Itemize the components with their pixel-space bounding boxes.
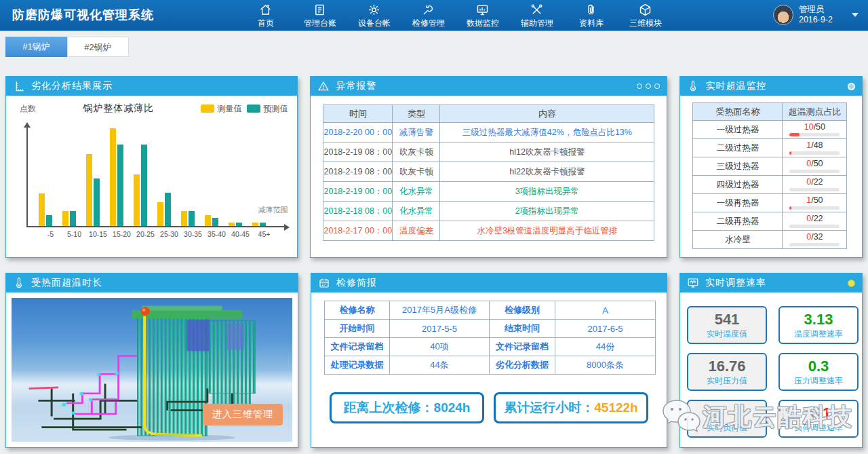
alarm-col-header: 类型 [393,105,440,123]
avatar[interactable] [773,5,793,25]
surface-name: 三级过热器 [693,157,783,176]
maintenance-value: 40项 [390,338,490,356]
maintenance-value: A [555,301,656,320]
overtemp-row: 二级过热器1/48 [693,139,847,157]
top-bar: 防磨防爆可视化管理系统 首页管理台账设备台帐检修管理数据监控辅助管理资料库三维模… [0,0,868,31]
rate-box-4: 实时负荷值 [687,400,767,438]
alarm-row: 2018-2-19 08：00吹灰卡顿hl12吹灰器卡顿报警 [323,143,654,162]
overtemp-row: 一级再热器1/50 [693,194,847,212]
overtemp-ratio-cell: 0/22 [783,212,847,231]
bar-group [33,193,57,226]
overtemp-ratio: 0/22 [783,177,846,187]
alarm-row: 2018-2-19 08：00吹灰卡顿hl22吹灰器卡顿报警 [323,162,654,182]
bar-group [199,215,223,226]
rate-box-3: 0.3压力调整速率 [778,353,859,391]
chart-legend: 测量值预测值 [201,103,288,115]
bar-预测值 [236,223,242,226]
panel-indicator[interactable] [848,280,855,287]
alarm-time: 2018-2-19 08：00 [323,143,393,162]
nav-item-4[interactable]: 数据监控 [456,1,510,29]
counter-value: 8024h [434,400,471,415]
panel-title: 实时超温监控 [705,80,766,92]
panel-title: 受热面超温时长 [31,277,102,289]
rate-box-2: 16.76实时压力值 [687,353,767,391]
nav-label: 辅助管理 [510,18,564,29]
alarm-row: 2018-2-19 00：00化水异常3项指标出现异常 [323,182,654,202]
legend-item: 预测值 [247,103,288,115]
chevron-down-icon[interactable] [852,13,859,17]
alarm-content: 水冷壁3根管道温度明显高于临近管排 [440,221,654,241]
bar-测量值 [157,202,163,226]
rate-box-1: 3.13温度调整速率 [778,306,859,344]
rate-box-5: 541负荷调整速率 [778,400,859,438]
nav-item-7[interactable]: 三维模块 [618,1,673,29]
overtemp-ratio: 10/50 [783,122,846,132]
thermometer-icon [13,277,25,289]
boiler-3d-view[interactable]: 进入三维管理 [12,298,292,442]
overtemp-row: 水冷壁0/32 [693,231,847,249]
app-title: 防磨防爆可视化管理系统 [12,7,154,23]
counter-value: 45122h [594,400,637,415]
maintenance-label: 劣化分析数据 [490,356,555,375]
bar-预测值 [46,215,52,226]
alarm-content: 2项指标出现异常 [440,202,654,221]
tab-boiler-1[interactable]: #1锅炉 [5,37,67,57]
x-tick-label: 15-20 [110,230,134,238]
cube-icon [638,3,652,17]
rate-value [725,404,729,421]
nav-item-1[interactable]: 管理台账 [293,1,347,29]
alarm-time: 2018-2-18 08：00 [323,202,393,221]
tools-icon [530,3,544,17]
alarm-row: 2018-2-18 08：00化水异常2项指标出现异常 [323,202,654,221]
bar-group [152,193,176,226]
x-tick-label: -5 [39,230,62,238]
overtemp-ratio-cell: 1/50 [783,194,847,212]
overtemp-ratio-cell: 0/22 [783,176,847,194]
alarm-content: hl22吹灰器卡顿报警 [440,162,654,182]
total-running-hours-button[interactable]: 累计运行小时：45122h [494,392,648,423]
user-name: 管理员 [799,5,833,15]
overtemp-ratio: 1/50 [783,195,846,205]
user-block[interactable]: 管理员 2016-9-2 [773,5,833,25]
nav-item-6[interactable]: 资料库 [564,1,618,29]
maintenance-label: 检修级别 [490,301,555,320]
x-tick-label: 5-10 [62,230,86,238]
since-last-maintenance-button[interactable]: 距离上次检修：8024h [330,392,484,423]
x-tick-label: 30-35 [181,230,205,238]
maintenance-row: 文件记录留档40项文件记录留档44份 [325,338,656,356]
surface-name: 一级过热器 [693,121,783,139]
overtemp-ratio: 1/48 [783,140,846,150]
alarm-time: 2018-2-19 00：00 [323,182,393,202]
rate-label: 实时压力值 [707,375,747,387]
bar-预测值 [94,178,100,226]
nav-item-2[interactable]: 设备台帐 [347,1,401,29]
bar-group [81,154,104,226]
alarm-col-header: 内容 [440,105,654,123]
rate-value: 541 [715,311,740,328]
overtemp-progress-fill [789,133,800,136]
home-icon [258,3,273,17]
nav-item-0[interactable]: 首页 [239,1,293,29]
maintenance-value: 2017年5月A级检修 [390,301,490,320]
x-tick-label: 45+ [252,230,276,238]
enter-3d-management-button[interactable]: 进入三维管理 [203,404,283,425]
bar-预测值 [117,145,123,226]
nav-label: 资料库 [564,18,618,29]
nav-item-5[interactable]: 辅助管理 [510,1,564,29]
nav-label: 设备台帐 [347,18,401,29]
overtemp-progress-track [789,225,840,228]
nav-item-3[interactable]: 检修管理 [401,1,456,29]
bar-测量值 [62,211,68,226]
overtemp-ratio: 0/32 [783,232,846,242]
panel-indicator[interactable] [848,83,855,90]
panel-title: 检修简报 [336,277,377,289]
thermometer-icon [687,80,699,92]
tab-boiler-2[interactable]: #2锅炉 [67,37,129,57]
alarm-time: 2018-2-19 08：00 [323,162,393,182]
rate-boxes: 541实时温度值3.13温度调整速率16.76实时压力值0.3压力调整速率 实时… [680,292,862,438]
bar-group [223,223,247,226]
main-nav: 首页管理台账设备台帐检修管理数据监控辅助管理资料库三维模块 [239,1,673,29]
maintenance-counters: 距离上次检修：8024h累计运行小时：45122h [311,392,667,423]
panel-abnormal-alarms: 异常报警 时间类型内容2018-2-20 00：00减薄告警三级过热器最大减薄值… [310,76,667,258]
panel-options-dots[interactable] [637,83,660,89]
